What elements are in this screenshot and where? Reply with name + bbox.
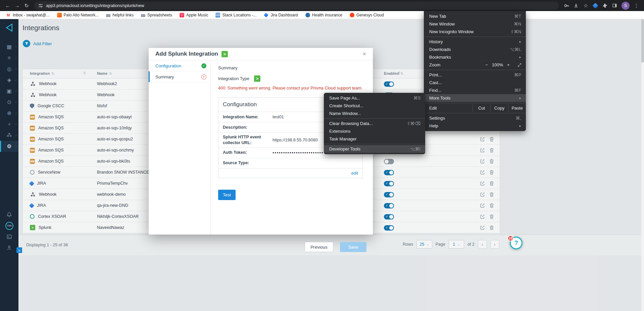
prisma-cloud-logo-icon[interactable] bbox=[5, 23, 14, 34]
sidebar-item-code-security[interactable]: ‹/›› bbox=[0, 119, 18, 130]
menu-item-edit: EditCutCopyPaste bbox=[424, 104, 526, 112]
notifications-bell-icon[interactable] bbox=[0, 209, 18, 220]
main-content: Integrations Add Filter Integration⇅ ⠿ N… bbox=[18, 19, 644, 311]
menu-item-find[interactable]: Find...⌘F bbox=[424, 86, 526, 94]
page-scrollbar[interactable] bbox=[641, 19, 644, 311]
prisma-cloud-app: ▦›≡›◎›◈›▣›⊙›⊕›‹/››⁂›⚙› 73% Integrations bbox=[0, 19, 644, 311]
zoom-out-button[interactable]: − bbox=[483, 62, 491, 67]
save-button[interactable]: Save bbox=[340, 242, 366, 252]
bookmark-star-icon[interactable]: ☆ bbox=[582, 1, 590, 10]
reload-icon[interactable]: ↻ bbox=[22, 1, 31, 10]
bookmark-item[interactable]: Health insurance bbox=[303, 12, 345, 18]
password-key-icon[interactable] bbox=[562, 1, 571, 10]
scrollbar-thumb[interactable] bbox=[641, 19, 644, 63]
sidebar-item-alerts[interactable]: ⊙› bbox=[0, 97, 18, 108]
sidebar: ▦›≡›◎›◈›▣›⊙›⊕›‹/››⁂›⚙› 73% bbox=[0, 19, 18, 311]
network-icon: ⁂ bbox=[7, 133, 12, 138]
dashboard-icon: ▦ bbox=[7, 44, 12, 50]
menu-item-developer-tools[interactable]: Developer Tools⌥⌘I bbox=[324, 145, 425, 153]
side-panel-icon[interactable] bbox=[610, 1, 619, 10]
edit-link[interactable]: edit bbox=[351, 171, 358, 176]
profile-icon[interactable] bbox=[0, 242, 18, 253]
menu-item-new-incognito-window[interactable]: New Incognito Window⇧⌘N bbox=[424, 28, 526, 36]
menu-item-bookmarks[interactable]: Bookmarks▸ bbox=[424, 53, 526, 61]
menu-item-cast[interactable]: Cast... bbox=[424, 79, 526, 86]
jira-icon bbox=[264, 12, 268, 17]
download-icon[interactable] bbox=[572, 1, 580, 10]
menu-item-save-page-as[interactable]: Save Page As...⌘S bbox=[324, 94, 425, 102]
submenu-arrow-icon: ▸ bbox=[519, 96, 521, 100]
profile-avatar[interactable]: S bbox=[622, 2, 630, 10]
fullscreen-icon[interactable]: ⤢ bbox=[518, 62, 521, 68]
chevron-right-icon: › bbox=[15, 122, 16, 126]
menu-item-name-window[interactable]: Name Window... bbox=[324, 110, 425, 117]
menu-item-extensions[interactable]: Extensions bbox=[324, 127, 425, 135]
bookmark-item[interactable]: Genesys Cloud bbox=[347, 12, 387, 18]
sidebar-bottom: 73% bbox=[0, 209, 18, 253]
menu-item-help[interactable]: Help▸ bbox=[424, 122, 526, 130]
back-icon[interactable]: ← bbox=[3, 1, 12, 10]
menu-item-new-tab[interactable]: New Tab⌘T bbox=[424, 12, 526, 20]
extensions-puzzle-icon[interactable] bbox=[601, 1, 609, 10]
bookmark-item[interactable]: Palo Alto Network... bbox=[54, 12, 102, 18]
stack-icon bbox=[215, 13, 220, 17]
bookmark-item[interactable]: Jira Dashboard bbox=[261, 12, 300, 18]
extension-diamond-icon[interactable] bbox=[593, 3, 598, 8]
menu-divider bbox=[424, 103, 526, 103]
menu-item-task-manager[interactable]: Task Manager bbox=[324, 135, 425, 143]
close-icon[interactable]: × bbox=[362, 51, 366, 57]
chevron-right-icon: › bbox=[15, 56, 16, 60]
previous-button[interactable]: Previous bbox=[305, 242, 333, 252]
menu-item-history[interactable]: History▸ bbox=[424, 38, 526, 46]
paste-button[interactable]: Paste bbox=[508, 104, 526, 112]
zoom-in-button[interactable]: + bbox=[504, 62, 512, 67]
menu-dots-icon[interactable]: ⋮ bbox=[632, 1, 641, 10]
menu-item-clear-browsing-data[interactable]: Clear Browsing Data...⇧⌘⌫ bbox=[324, 120, 425, 127]
bookmark-item[interactable]: Stack Locations -... bbox=[213, 12, 259, 18]
menu-item-new-window[interactable]: New Window⌘N bbox=[424, 20, 526, 28]
bookmark-item[interactable]: Spreadsheets bbox=[138, 12, 175, 18]
settings-icon: ⚙ bbox=[7, 144, 11, 149]
site-settings-icon[interactable] bbox=[38, 3, 43, 8]
sidebar-item-dashboard[interactable]: ▦› bbox=[0, 41, 18, 52]
chrome-app-menu: New Tab⌘TNew Window⌘NNew Incognito Windo… bbox=[424, 11, 526, 131]
menu-item-zoom[interactable]: Zoom−100%+⤢ bbox=[424, 61, 526, 69]
sidebar-item-compliance[interactable]: ▣› bbox=[0, 85, 18, 97]
sidebar-item-settings[interactable]: ⚙› bbox=[0, 141, 18, 152]
compliance-icon: ▣ bbox=[7, 88, 12, 94]
bookmark-item[interactable]: Inbox - swajahat@... bbox=[3, 12, 52, 18]
console-icon[interactable] bbox=[0, 231, 18, 242]
sidebar-item-governance[interactable]: ⊕› bbox=[0, 108, 18, 119]
folder-icon bbox=[106, 14, 110, 17]
menu-item-downloads[interactable]: Downloads⌥⌘L bbox=[424, 46, 526, 53]
cut-button[interactable]: Cut bbox=[473, 104, 490, 112]
step-summary[interactable]: Summary ! bbox=[149, 71, 210, 82]
menu-divider bbox=[424, 37, 526, 37]
shortcut-label: ⌥⌘I bbox=[410, 146, 420, 151]
shortcut-label: ⌥⌘L bbox=[510, 47, 521, 52]
bookmark-item[interactable]: Apple Music bbox=[177, 12, 211, 18]
shortcut-label: ⌘S bbox=[413, 96, 420, 101]
menu-item-more-tools[interactable]: More Tools▸ bbox=[424, 94, 526, 102]
test-button[interactable]: Test bbox=[218, 190, 236, 200]
sidebar-item-inventory[interactable]: ≡› bbox=[0, 52, 18, 63]
help-bubble[interactable]: ? 19 bbox=[510, 237, 523, 249]
menu-item-create-shortcut[interactable]: Create Shortcut... bbox=[324, 102, 425, 110]
sidebar-item-network[interactable]: ⁂› bbox=[0, 130, 18, 141]
bookmark-item[interactable]: helpful links bbox=[103, 12, 136, 18]
menu-item-print[interactable]: Print...⌘P bbox=[424, 71, 526, 79]
address-bar[interactable]: app3.prismacloud.io/settings/integration… bbox=[34, 2, 559, 10]
investigate-icon: ◎ bbox=[7, 66, 12, 72]
copy-button[interactable]: Copy bbox=[490, 104, 508, 112]
expand-sidebar-button[interactable]: » bbox=[16, 247, 22, 253]
sidebar-item-policies[interactable]: ◈› bbox=[0, 74, 18, 85]
step-configuration[interactable]: Configuration ✓ bbox=[149, 60, 210, 71]
forward-icon[interactable]: → bbox=[13, 1, 21, 10]
bookmark-label: Inbox - swajahat@... bbox=[13, 13, 50, 17]
menu-item-settings[interactable]: Settings⌘, bbox=[424, 114, 526, 122]
usage-gauge[interactable]: 73% bbox=[0, 220, 18, 231]
bookmarks-bar: Inbox - swajahat@...Palo Alto Network...… bbox=[0, 11, 644, 19]
chevron-right-icon: › bbox=[15, 144, 16, 148]
sidebar-item-investigate[interactable]: ◎› bbox=[0, 63, 18, 74]
splunk-icon: > bbox=[254, 75, 260, 82]
